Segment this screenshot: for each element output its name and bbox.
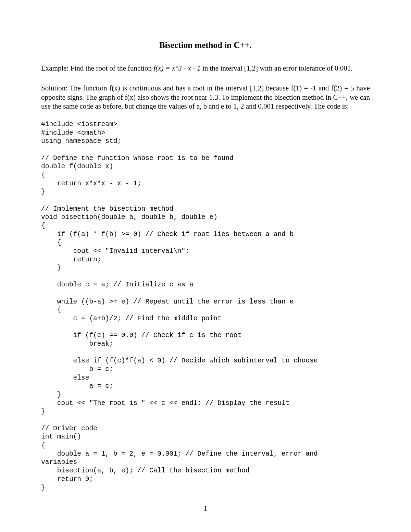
example-function: f(x) = x^3 - x - 1: [153, 64, 200, 72]
document-title: Bisection method in C++.: [41, 40, 370, 50]
solution-paragraph: Solution: The function f(x) is continuou…: [41, 84, 370, 111]
page-number: 1: [0, 504, 411, 513]
example-prefix: Example: Find the root of the function: [41, 64, 153, 72]
example-suffix: in the interval [1,2] with an error tole…: [201, 64, 353, 72]
code-block: #include <iostream> #include <cmath> usi…: [41, 120, 370, 492]
example-paragraph: Example: Find the root of the function f…: [41, 64, 370, 73]
